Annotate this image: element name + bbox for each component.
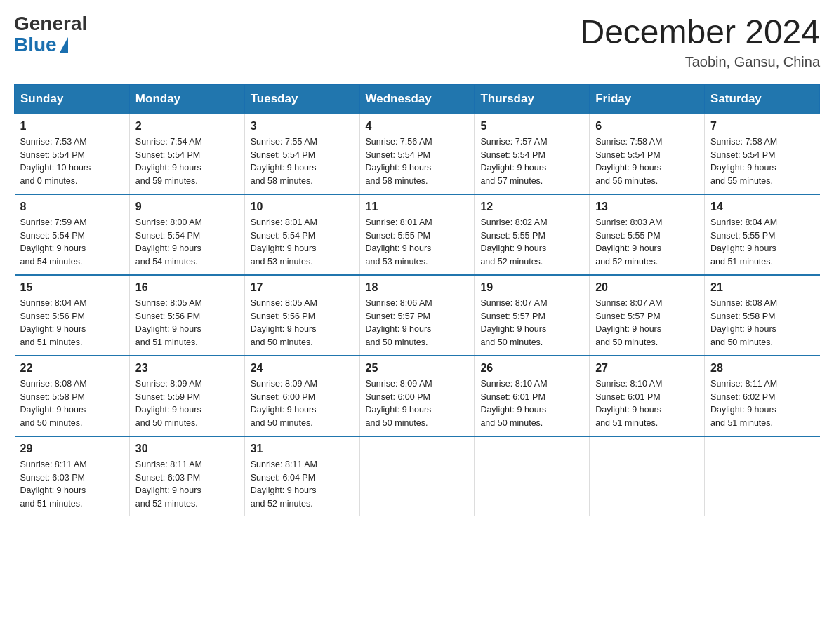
day-number: 17 — [251, 281, 354, 294]
day-number: 12 — [480, 201, 583, 213]
calendar-cell: 7Sunrise: 7:58 AM Sunset: 5:54 PM Daylig… — [705, 114, 820, 194]
day-info: Sunrise: 7:57 AM Sunset: 5:54 PM Dayligh… — [480, 135, 583, 188]
calendar-cell: 1Sunrise: 7:53 AM Sunset: 5:54 PM Daylig… — [15, 114, 130, 194]
calendar-cell: 28Sunrise: 8:11 AM Sunset: 6:02 PM Dayli… — [705, 356, 820, 436]
day-number: 20 — [595, 281, 699, 294]
day-info: Sunrise: 7:56 AM Sunset: 5:54 PM Dayligh… — [366, 135, 469, 188]
calendar-cell: 18Sunrise: 8:06 AM Sunset: 5:57 PM Dayli… — [359, 275, 475, 356]
day-info: Sunrise: 8:09 AM Sunset: 6:00 PM Dayligh… — [366, 377, 469, 430]
day-info: Sunrise: 7:55 AM Sunset: 5:54 PM Dayligh… — [251, 135, 354, 188]
calendar-cell: 23Sunrise: 8:09 AM Sunset: 5:59 PM Dayli… — [129, 356, 244, 436]
day-info: Sunrise: 8:04 AM Sunset: 5:56 PM Dayligh… — [20, 297, 124, 349]
day-info: Sunrise: 8:11 AM Sunset: 6:02 PM Dayligh… — [710, 377, 814, 430]
location-subtitle: Taobin, Gansu, China — [580, 54, 820, 70]
calendar-cell: 16Sunrise: 8:05 AM Sunset: 5:56 PM Dayli… — [129, 275, 244, 356]
calendar-cell: 9Sunrise: 8:00 AM Sunset: 5:54 PM Daylig… — [129, 194, 244, 275]
page-header: General Blue December 2024 Taobin, Gansu… — [14, 14, 820, 70]
calendar-cell: 13Sunrise: 8:03 AM Sunset: 5:55 PM Dayli… — [590, 194, 705, 275]
column-header-tuesday: Tuesday — [244, 84, 359, 114]
day-number: 23 — [135, 362, 239, 375]
calendar-week-row: 15Sunrise: 8:04 AM Sunset: 5:56 PM Dayli… — [15, 275, 820, 356]
day-info: Sunrise: 7:59 AM Sunset: 5:54 PM Dayligh… — [20, 216, 124, 269]
calendar-cell: 6Sunrise: 7:58 AM Sunset: 5:54 PM Daylig… — [590, 114, 705, 194]
day-number: 4 — [366, 120, 469, 133]
day-info: Sunrise: 8:07 AM Sunset: 5:57 PM Dayligh… — [480, 297, 583, 349]
day-info: Sunrise: 8:01 AM Sunset: 5:54 PM Dayligh… — [251, 216, 354, 269]
day-number: 27 — [595, 362, 699, 375]
day-number: 1 — [20, 120, 124, 133]
column-header-thursday: Thursday — [475, 84, 590, 114]
day-number: 24 — [251, 362, 354, 375]
calendar-cell — [359, 436, 475, 516]
day-info: Sunrise: 8:05 AM Sunset: 5:56 PM Dayligh… — [251, 297, 354, 349]
calendar-week-row: 1Sunrise: 7:53 AM Sunset: 5:54 PM Daylig… — [15, 114, 820, 194]
day-info: Sunrise: 8:11 AM Sunset: 6:04 PM Dayligh… — [251, 458, 354, 511]
calendar-cell: 5Sunrise: 7:57 AM Sunset: 5:54 PM Daylig… — [475, 114, 590, 194]
calendar-cell: 21Sunrise: 8:08 AM Sunset: 5:58 PM Dayli… — [705, 275, 820, 356]
title-section: December 2024 Taobin, Gansu, China — [580, 14, 820, 70]
calendar-cell: 26Sunrise: 8:10 AM Sunset: 6:01 PM Dayli… — [475, 356, 590, 436]
day-info: Sunrise: 8:11 AM Sunset: 6:03 PM Dayligh… — [135, 458, 239, 511]
day-info: Sunrise: 8:09 AM Sunset: 5:59 PM Dayligh… — [135, 377, 239, 430]
day-number: 22 — [20, 362, 124, 375]
day-number: 28 — [710, 362, 814, 375]
day-number: 9 — [135, 201, 239, 213]
day-number: 8 — [20, 201, 124, 213]
calendar-week-row: 8Sunrise: 7:59 AM Sunset: 5:54 PM Daylig… — [15, 194, 820, 275]
day-number: 10 — [251, 201, 354, 213]
day-number: 11 — [366, 201, 469, 213]
day-number: 26 — [480, 362, 583, 375]
day-info: Sunrise: 8:11 AM Sunset: 6:03 PM Dayligh… — [20, 458, 124, 511]
calendar-header-row: SundayMondayTuesdayWednesdayThursdayFrid… — [15, 84, 820, 114]
calendar-cell: 29Sunrise: 8:11 AM Sunset: 6:03 PM Dayli… — [15, 436, 130, 516]
calendar-cell: 19Sunrise: 8:07 AM Sunset: 5:57 PM Dayli… — [475, 275, 590, 356]
day-number: 25 — [366, 362, 469, 375]
day-number: 19 — [480, 281, 583, 294]
column-header-saturday: Saturday — [705, 84, 820, 114]
day-number: 7 — [710, 120, 814, 133]
calendar-cell: 2Sunrise: 7:54 AM Sunset: 5:54 PM Daylig… — [129, 114, 244, 194]
calendar-cell: 14Sunrise: 8:04 AM Sunset: 5:55 PM Dayli… — [705, 194, 820, 275]
day-info: Sunrise: 8:07 AM Sunset: 5:57 PM Dayligh… — [595, 297, 699, 349]
calendar-cell: 25Sunrise: 8:09 AM Sunset: 6:00 PM Dayli… — [359, 356, 475, 436]
calendar-cell: 20Sunrise: 8:07 AM Sunset: 5:57 PM Dayli… — [590, 275, 705, 356]
calendar-cell — [705, 436, 820, 516]
column-header-friday: Friday — [590, 84, 705, 114]
day-info: Sunrise: 8:00 AM Sunset: 5:54 PM Dayligh… — [135, 216, 239, 269]
day-number: 13 — [595, 201, 699, 213]
calendar-cell: 22Sunrise: 8:08 AM Sunset: 5:58 PM Dayli… — [15, 356, 130, 436]
day-info: Sunrise: 8:04 AM Sunset: 5:55 PM Dayligh… — [710, 216, 814, 269]
day-info: Sunrise: 8:03 AM Sunset: 5:55 PM Dayligh… — [595, 216, 699, 269]
calendar-cell: 24Sunrise: 8:09 AM Sunset: 6:00 PM Dayli… — [244, 356, 359, 436]
day-info: Sunrise: 7:58 AM Sunset: 5:54 PM Dayligh… — [595, 135, 699, 188]
day-info: Sunrise: 8:09 AM Sunset: 6:00 PM Dayligh… — [251, 377, 354, 430]
logo-triangle-icon — [60, 37, 68, 53]
month-title: December 2024 — [580, 14, 820, 51]
day-number: 5 — [480, 120, 583, 133]
calendar-cell: 3Sunrise: 7:55 AM Sunset: 5:54 PM Daylig… — [244, 114, 359, 194]
day-number: 18 — [366, 281, 469, 294]
day-info: Sunrise: 8:05 AM Sunset: 5:56 PM Dayligh… — [135, 297, 239, 349]
day-number: 2 — [135, 120, 239, 133]
calendar-cell: 27Sunrise: 8:10 AM Sunset: 6:01 PM Dayli… — [590, 356, 705, 436]
day-info: Sunrise: 8:02 AM Sunset: 5:55 PM Dayligh… — [480, 216, 583, 269]
calendar-body: 1Sunrise: 7:53 AM Sunset: 5:54 PM Daylig… — [15, 114, 820, 516]
day-info: Sunrise: 8:10 AM Sunset: 6:01 PM Dayligh… — [480, 377, 583, 430]
day-info: Sunrise: 7:53 AM Sunset: 5:54 PM Dayligh… — [20, 135, 124, 188]
day-info: Sunrise: 7:54 AM Sunset: 5:54 PM Dayligh… — [135, 135, 239, 188]
calendar-cell: 8Sunrise: 7:59 AM Sunset: 5:54 PM Daylig… — [15, 194, 130, 275]
calendar-cell: 4Sunrise: 7:56 AM Sunset: 5:54 PM Daylig… — [359, 114, 475, 194]
calendar-cell: 15Sunrise: 8:04 AM Sunset: 5:56 PM Dayli… — [15, 275, 130, 356]
logo: General Blue — [14, 14, 87, 56]
column-header-wednesday: Wednesday — [359, 84, 475, 114]
calendar-cell — [475, 436, 590, 516]
day-number: 30 — [135, 443, 239, 455]
calendar-cell: 17Sunrise: 8:05 AM Sunset: 5:56 PM Dayli… — [244, 275, 359, 356]
day-number: 21 — [710, 281, 814, 294]
calendar-cell: 11Sunrise: 8:01 AM Sunset: 5:55 PM Dayli… — [359, 194, 475, 275]
day-number: 3 — [251, 120, 354, 133]
day-info: Sunrise: 8:06 AM Sunset: 5:57 PM Dayligh… — [366, 297, 469, 349]
calendar-cell: 12Sunrise: 8:02 AM Sunset: 5:55 PM Dayli… — [475, 194, 590, 275]
calendar-table: SundayMondayTuesdayWednesdayThursdayFrid… — [14, 84, 820, 516]
day-info: Sunrise: 7:58 AM Sunset: 5:54 PM Dayligh… — [710, 135, 814, 188]
